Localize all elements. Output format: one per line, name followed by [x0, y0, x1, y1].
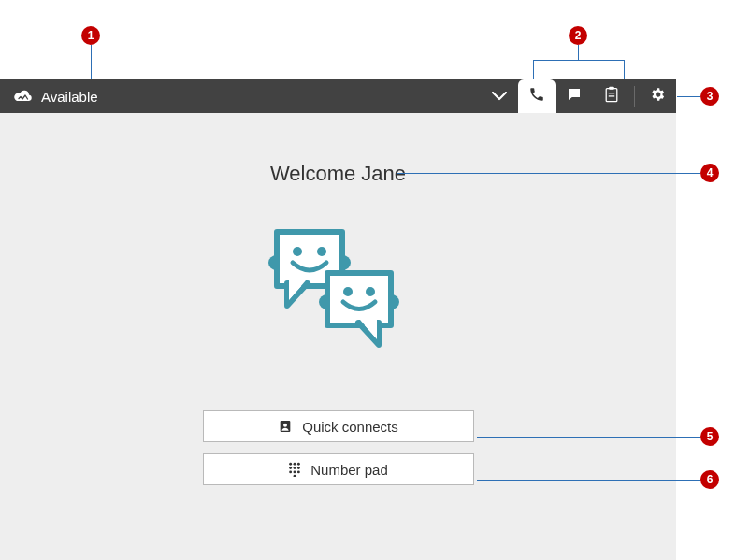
annotation-line-2c	[533, 60, 534, 79]
status-dropdown-toggle[interactable]	[481, 79, 518, 113]
header-tabs	[518, 79, 676, 113]
tab-phone[interactable]	[518, 79, 556, 113]
svg-point-10	[317, 247, 326, 256]
svg-point-17	[366, 287, 375, 296]
cloud-status-icon	[13, 89, 34, 104]
annotation-badge-2: 2	[569, 26, 587, 45]
tab-separator	[634, 86, 635, 107]
number-pad-button[interactable]: Number pad	[203, 453, 474, 485]
agent-status[interactable]: Available	[0, 89, 98, 105]
status-label: Available	[41, 89, 98, 105]
svg-rect-13	[327, 273, 391, 325]
annotation-line-2b	[533, 60, 625, 61]
contacts-icon	[278, 419, 293, 434]
tab-tasks[interactable]	[593, 79, 630, 113]
annotation-line-4	[397, 173, 700, 174]
annotation-line-5	[477, 437, 700, 438]
annotation-line-1	[91, 45, 92, 79]
annotation-badge-3: 3	[700, 87, 719, 106]
svg-point-21	[294, 463, 296, 466]
annotation-badge-1: 1	[81, 26, 100, 45]
tab-chat[interactable]	[556, 79, 593, 113]
chat-illustration	[0, 223, 676, 354]
gear-icon	[649, 86, 666, 107]
action-buttons: Quick connects Number pad	[0, 410, 676, 485]
svg-point-20	[289, 463, 292, 466]
svg-point-24	[294, 467, 296, 469]
clipboard-icon	[604, 86, 619, 107]
quick-connects-button[interactable]: Quick connects	[203, 410, 474, 442]
svg-point-23	[289, 467, 292, 469]
annotation-line-6	[477, 480, 700, 481]
annotation-badge-5: 5	[700, 427, 719, 446]
number-pad-label: Number pad	[310, 462, 388, 478]
svg-rect-0	[606, 89, 617, 102]
header-bar: Available	[0, 79, 676, 113]
svg-point-25	[297, 467, 300, 469]
svg-point-29	[294, 475, 296, 477]
annotation-badge-6: 6	[700, 470, 719, 489]
annotation-line-3	[677, 96, 700, 97]
welcome-heading: Welcome Jane	[0, 162, 676, 186]
dialpad-icon	[288, 462, 301, 477]
chevron-down-icon	[492, 88, 507, 105]
annotation-line-2a	[578, 45, 579, 60]
svg-point-26	[289, 470, 292, 473]
annotation-badge-4: 4	[700, 164, 719, 182]
svg-point-19	[283, 424, 287, 427]
quick-connects-label: Quick connects	[302, 419, 398, 435]
annotation-line-2d	[624, 60, 625, 79]
svg-point-16	[343, 287, 353, 296]
svg-point-27	[294, 470, 296, 473]
svg-rect-1	[609, 87, 613, 90]
tab-settings[interactable]	[639, 79, 676, 113]
phone-icon	[528, 86, 545, 107]
chat-icon	[566, 86, 583, 107]
svg-point-9	[293, 247, 302, 256]
svg-point-28	[297, 470, 300, 473]
main-panel: Welcome Jane	[0, 113, 676, 560]
svg-point-22	[297, 463, 300, 466]
